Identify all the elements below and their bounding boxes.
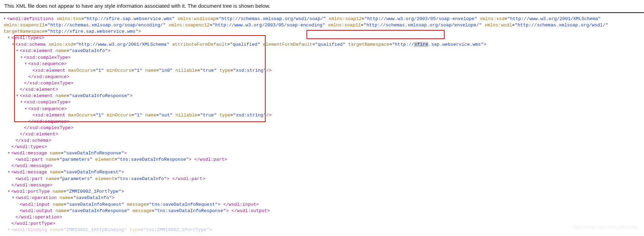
toggle-arrow-icon[interactable]: [12, 42, 16, 48]
toggle-arrow-icon[interactable]: [20, 55, 24, 61]
xml-no-style-notice: This XML file does not appear to have an…: [0, 0, 644, 13]
xsd-complexType-close: </xsd:complexType>: [3, 80, 644, 87]
wsdl-operation-open[interactable]: <wsdl:operation name="saveDataInfo">: [3, 195, 644, 201]
toggle-arrow-icon[interactable]: [8, 169, 11, 176]
toggle-arrow-icon[interactable]: [25, 106, 28, 112]
xml-tree: <wsdl:definitions xmlns:tns="http://xfir…: [0, 13, 644, 233]
wsdl-binding-open[interactable]: <wsdl:binding name="ZMMI0002_1HttpBindin…: [3, 227, 644, 233]
wsdl-part[interactable]: <wsdl:part name="parameters" element="tn…: [3, 176, 644, 182]
wsdl-portType-close: </wsdl:portType>: [3, 221, 644, 227]
xsd-element-saveDataInfoResponse-open[interactable]: <xsd:element name="saveDataInfoResponse"…: [3, 93, 644, 99]
xsd-complexType-close: </xsd:complexType>: [3, 125, 644, 131]
xsd-sequence-open[interactable]: <xsd:sequence>: [3, 61, 644, 67]
toggle-arrow-icon[interactable]: [8, 227, 11, 233]
toggle-arrow-icon[interactable]: [16, 48, 20, 54]
wsdl-message-request-open[interactable]: <wsdl:message name="saveDataInfoRequest"…: [3, 169, 644, 176]
wsdl-message-response-open[interactable]: <wsdl:message name="saveDataInfoResponse…: [3, 150, 644, 157]
wsdl-types-close: </wsdl:types>: [3, 144, 644, 150]
wsdl-definitions-open[interactable]: <wsdl:definitions xmlns:tns="http://xfir…: [3, 16, 609, 35]
wsdl-message-close: </wsdl:message>: [3, 163, 644, 169]
wsdl-message-close: </wsdl:message>: [3, 182, 644, 189]
wsdl-types-open[interactable]: <wsdl:types>: [3, 35, 644, 41]
xsd-element-close: </xsd:element>: [3, 131, 644, 138]
wsdl-portType-open[interactable]: <wsdl:portType name="ZMMI0002_1PortType"…: [3, 189, 644, 195]
xsd-element-close: </xsd:element>: [3, 87, 644, 93]
xsd-sequence-close: </xsd:sequence>: [3, 74, 644, 80]
xsd-schema-open[interactable]: <xsd:schema xmlns:xsd="http://www.w3.org…: [3, 42, 644, 48]
wsdl-part[interactable]: <wsdl:part name="parameters" element="tn…: [3, 157, 644, 163]
xsd-schema-close: </xsd:schema>: [3, 138, 644, 144]
toggle-arrow-icon[interactable]: [25, 61, 28, 67]
wsdl-input[interactable]: <wsdl:input name="saveDataInfoRequest" m…: [3, 202, 644, 208]
toggle-arrow-icon[interactable]: [8, 189, 11, 195]
toggle-arrow-icon[interactable]: [20, 99, 24, 106]
toggle-arrow-icon[interactable]: [4, 16, 7, 22]
toggle-arrow-icon[interactable]: [8, 35, 11, 41]
wsdl-output[interactable]: <wsdl:output name="saveDataInfoResponse"…: [3, 208, 644, 214]
xsd-complexType-open[interactable]: <xsd:complexType>: [3, 99, 644, 106]
toggle-arrow-icon[interactable]: [12, 195, 16, 201]
toggle-arrow-icon[interactable]: [16, 93, 20, 99]
toggle-arrow-icon[interactable]: [8, 150, 11, 157]
xsd-element-in0[interactable]: <xsd:element maxOccurs="1" minOccurs="1"…: [3, 68, 644, 74]
xsd-sequence-close: </xsd:sequence>: [3, 119, 644, 125]
xsd-element-saveDataInfo-open[interactable]: <xsd:element name="saveDataInfo">: [3, 48, 644, 54]
xsd-complexType-open[interactable]: <xsd:complexType>: [3, 55, 644, 61]
wsdl-operation-close: </wsdl:operation>: [3, 214, 644, 221]
xsd-element-out[interactable]: <xsd:element maxOccurs="1" minOccurs="1"…: [3, 112, 644, 119]
xsd-sequence-open[interactable]: <xsd:sequence>: [3, 106, 644, 112]
